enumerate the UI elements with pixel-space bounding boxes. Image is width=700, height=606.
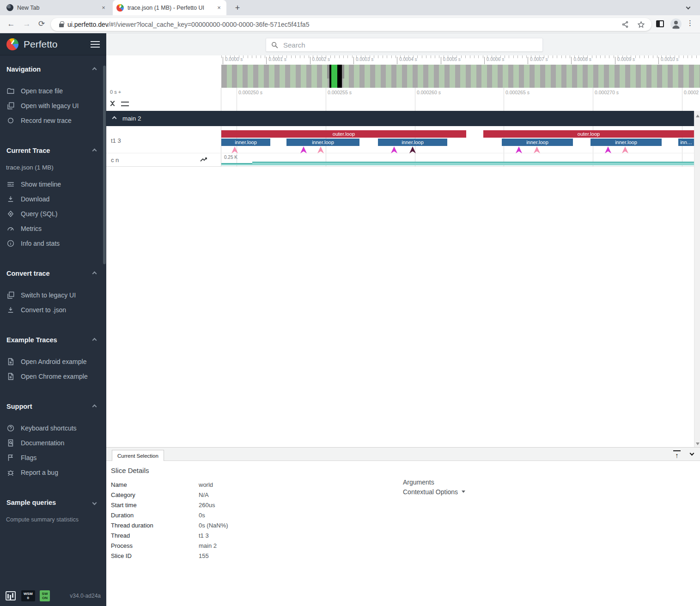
url-text[interactable]: ui.perfetto.dev/#!/viewer?local_cache_ke… — [67, 21, 613, 28]
detail-ruler: 0 s + 0.000250 s0.000255 s0.000260 s0.00… — [106, 88, 700, 111]
metrics-chart-icon[interactable] — [6, 591, 16, 600]
sample-query-item[interactable]: Compute summary statistics — [0, 514, 106, 525]
forward-button[interactable]: → — [21, 18, 32, 30]
sidebar-item-show-timeline[interactable]: Show timeline — [0, 177, 106, 192]
reload-button[interactable]: ⟳ — [36, 18, 47, 30]
detail-tick-label: 0.000250 s — [238, 90, 262, 95]
sidebar-scrollbar[interactable] — [103, 66, 106, 264]
process-group-header[interactable]: main 2 — [106, 111, 694, 126]
collapse-all-icon[interactable] — [110, 100, 116, 107]
instant-event-marker[interactable] — [622, 146, 628, 153]
sidebar-item-convert-to-json[interactable]: Convert to .json — [0, 303, 106, 317]
bookmark-star-icon[interactable] — [637, 21, 645, 29]
inner-loop-slice[interactable]: inner.loop — [502, 139, 573, 146]
contextual-options-dropdown[interactable]: Contextual Options — [403, 488, 465, 496]
section-title[interactable]: Navigation — [0, 64, 106, 75]
collapse-panel-icon[interactable] — [690, 451, 694, 456]
sidebar-item-record-new-trace[interactable]: Record new trace — [0, 113, 106, 128]
tab-close-icon[interactable]: × — [215, 4, 223, 12]
address-bar[interactable]: ui.perfetto.dev/#!/viewer?local_cache_ke… — [51, 18, 651, 31]
selection-drag-handle[interactable] — [327, 65, 329, 79]
detail-tick-label: 0.000270 s — [595, 90, 619, 95]
lock-icon — [59, 24, 64, 27]
track-sort-icon[interactable] — [121, 102, 129, 106]
inner-loop-slice[interactable]: inner.loop — [378, 139, 447, 146]
sidebar-item-flags[interactable]: Flags — [0, 450, 106, 465]
sidebar-item-label: Query (SQL) — [21, 210, 57, 218]
search-input[interactable] — [283, 41, 538, 49]
expand-panel-top-icon[interactable]: ↑ — [673, 450, 681, 458]
sidebar-item-open-android-example[interactable]: Open Android example — [0, 354, 106, 369]
search-box[interactable] — [266, 38, 543, 52]
thread-track-row[interactable]: t1 3 outer.loopouter.loopinner.loopinner… — [106, 126, 694, 153]
slice-details-table: NameworldCategoryN/AStart time260usDurat… — [111, 479, 228, 561]
counter-track-row[interactable]: c n 0.25 K — [106, 153, 694, 167]
counter-value-segment[interactable] — [252, 162, 694, 165]
section-title[interactable]: Convert trace — [0, 268, 106, 279]
sidebar-item-download[interactable]: Download — [0, 192, 106, 206]
scroll-up-icon[interactable] — [696, 115, 700, 117]
outer-loop-slice[interactable]: outer.loop — [483, 130, 694, 138]
collapse-group-icon[interactable] — [112, 116, 117, 121]
timeline-scrollbar[interactable] — [694, 111, 700, 447]
section-title[interactable]: Current Trace — [0, 145, 106, 156]
sidebar-item-metrics[interactable]: Metrics — [0, 221, 106, 236]
sidebar-item-documentation[interactable]: Documentation — [0, 436, 106, 450]
inner-loop-slice[interactable]: inner.loop — [221, 139, 270, 146]
inner-loop-slice[interactable]: inner.loop — [590, 139, 662, 146]
wsm-badge: WSM0 — [21, 590, 35, 601]
outer-loop-slice[interactable]: outer.loop — [221, 130, 466, 138]
doc-icon — [6, 439, 15, 447]
sidebar-item-label: Info and stats — [21, 240, 60, 247]
overview-minimap[interactable] — [221, 65, 700, 88]
instant-event-marker[interactable] — [534, 146, 540, 153]
sidebar-item-label: Open Chrome example — [21, 373, 88, 380]
sidebar-section-support: SupportKeyboard shortcutsDocumentationFl… — [0, 401, 106, 480]
instant-event-marker[interactable] — [300, 146, 307, 153]
sidebar-item-label: Metrics — [21, 225, 42, 232]
selection-drag-handle[interactable] — [342, 65, 344, 79]
section-title[interactable]: Example Traces — [0, 334, 106, 345]
profile-avatar[interactable] — [670, 18, 682, 30]
detail-row: CategoryN/A — [111, 490, 228, 500]
instant-event-marker[interactable] — [231, 146, 238, 153]
section-title[interactable]: Support — [0, 401, 106, 412]
instant-event-marker[interactable] — [409, 146, 416, 153]
counter-value-segment[interactable] — [221, 163, 252, 165]
inner-loop-slice[interactable]: inn… — [678, 139, 694, 146]
perfetto-logo-icon — [6, 38, 18, 50]
instant-event-marker[interactable] — [605, 146, 611, 153]
overview-tick-label: 0.0007 s — [528, 57, 548, 64]
sidebar-item-open-trace-file[interactable]: Open trace file — [0, 84, 106, 98]
sidebar-item-info-and-stats[interactable]: Info and stats — [0, 236, 106, 251]
share-icon[interactable] — [621, 21, 629, 28]
scroll-down-icon[interactable] — [696, 442, 700, 445]
sidebar-item-label: Report a bug — [21, 469, 58, 476]
tab-perfetto[interactable]: trace.json (1 MB) - Perfetto UI × — [113, 0, 226, 15]
browser-menu-icon[interactable]: ⋮ — [687, 19, 694, 27]
sidebar-item-keyboard-shortcuts[interactable]: Keyboard shortcuts — [0, 421, 106, 436]
sidebar-item-switch-to-legacy-ui[interactable]: Switch to legacy UI — [0, 288, 106, 303]
detail-value: N/A — [199, 491, 209, 498]
new-tab-button[interactable]: + — [232, 3, 243, 14]
sidebar-item-query-sql-[interactable]: Query (SQL) — [0, 206, 106, 221]
sidebar-item-open-chrome-example[interactable]: Open Chrome example — [0, 369, 106, 384]
detail-value: main 2 — [199, 542, 217, 549]
back-button[interactable]: ← — [6, 18, 17, 30]
instant-event-marker[interactable] — [516, 146, 522, 153]
section-title[interactable]: Sample queries — [0, 497, 106, 508]
inner-loop-slice[interactable]: inner.loop — [286, 139, 359, 146]
tab-new-tab[interactable]: New Tab × — [3, 0, 111, 15]
caret-down-icon — [462, 491, 465, 495]
instant-event-marker[interactable] — [391, 146, 397, 153]
side-panel-icon[interactable] — [656, 20, 664, 27]
tab-search-chevron-icon[interactable] — [686, 5, 691, 10]
tab-close-icon[interactable]: × — [100, 4, 107, 12]
sidebar-item-report-a-bug[interactable]: Report a bug — [0, 465, 106, 480]
sidebar-item-open-with-legacy-ui[interactable]: Open with legacy UI — [0, 98, 106, 113]
instant-event-marker[interactable] — [317, 146, 324, 153]
hamburger-menu-icon[interactable] — [91, 41, 100, 48]
help-icon — [6, 424, 15, 432]
detail-tick-label: 0.0002 — [684, 90, 699, 95]
current-selection-tab[interactable]: Current Selection — [112, 450, 164, 462]
